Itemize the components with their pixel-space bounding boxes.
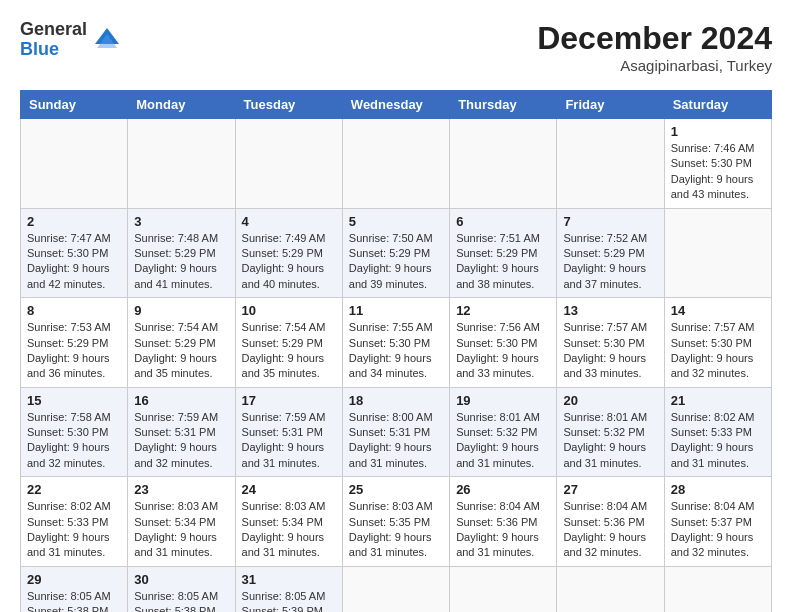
sunset-text: Sunset: 5:34 PM (134, 516, 215, 528)
sunrise-text: Sunrise: 7:46 AM (671, 142, 755, 154)
calendar-day-header: Wednesday (342, 91, 449, 119)
calendar-cell: 31 Sunrise: 8:05 AM Sunset: 5:39 PM Dayl… (235, 566, 342, 612)
day-info: Sunrise: 8:05 AM Sunset: 5:39 PM Dayligh… (242, 589, 336, 612)
sunrise-text: Sunrise: 7:57 AM (563, 321, 647, 333)
calendar-week-row: 29 Sunrise: 8:05 AM Sunset: 5:38 PM Dayl… (21, 566, 772, 612)
day-info: Sunrise: 7:50 AM Sunset: 5:29 PM Dayligh… (349, 231, 443, 293)
calendar-cell: 12 Sunrise: 7:56 AM Sunset: 5:30 PM Dayl… (450, 298, 557, 388)
daylight-text: Daylight: 9 hours and 32 minutes. (27, 441, 110, 468)
calendar-cell: 9 Sunrise: 7:54 AM Sunset: 5:29 PM Dayli… (128, 298, 235, 388)
location-subtitle: Asagipinarbasi, Turkey (537, 57, 772, 74)
calendar-cell: 22 Sunrise: 8:02 AM Sunset: 5:33 PM Dayl… (21, 477, 128, 567)
sunrise-text: Sunrise: 8:01 AM (456, 411, 540, 423)
day-info: Sunrise: 7:52 AM Sunset: 5:29 PM Dayligh… (563, 231, 657, 293)
title-block: December 2024 Asagipinarbasi, Turkey (537, 20, 772, 74)
sunrise-text: Sunrise: 7:54 AM (242, 321, 326, 333)
sunrise-text: Sunrise: 7:51 AM (456, 232, 540, 244)
calendar-cell: 19 Sunrise: 8:01 AM Sunset: 5:32 PM Dayl… (450, 387, 557, 477)
calendar-cell: 5 Sunrise: 7:50 AM Sunset: 5:29 PM Dayli… (342, 208, 449, 298)
day-number: 29 (27, 572, 121, 587)
sunset-text: Sunset: 5:36 PM (456, 516, 537, 528)
daylight-text: Daylight: 9 hours and 33 minutes. (563, 352, 646, 379)
calendar-day-header: Sunday (21, 91, 128, 119)
sunrise-text: Sunrise: 7:56 AM (456, 321, 540, 333)
day-info: Sunrise: 8:03 AM Sunset: 5:34 PM Dayligh… (242, 499, 336, 561)
day-info: Sunrise: 7:55 AM Sunset: 5:30 PM Dayligh… (349, 320, 443, 382)
sunset-text: Sunset: 5:32 PM (563, 426, 644, 438)
calendar-cell: 11 Sunrise: 7:55 AM Sunset: 5:30 PM Dayl… (342, 298, 449, 388)
calendar-cell: 15 Sunrise: 7:58 AM Sunset: 5:30 PM Dayl… (21, 387, 128, 477)
calendar-cell: 14 Sunrise: 7:57 AM Sunset: 5:30 PM Dayl… (664, 298, 771, 388)
daylight-text: Daylight: 9 hours and 32 minutes. (671, 531, 754, 558)
calendar-week-row: 15 Sunrise: 7:58 AM Sunset: 5:30 PM Dayl… (21, 387, 772, 477)
day-info: Sunrise: 7:46 AM Sunset: 5:30 PM Dayligh… (671, 141, 765, 203)
sunset-text: Sunset: 5:38 PM (27, 605, 108, 612)
calendar-cell (342, 119, 449, 209)
sunset-text: Sunset: 5:29 PM (456, 247, 537, 259)
sunset-text: Sunset: 5:30 PM (27, 426, 108, 438)
calendar-cell: 24 Sunrise: 8:03 AM Sunset: 5:34 PM Dayl… (235, 477, 342, 567)
day-number: 11 (349, 303, 443, 318)
daylight-text: Daylight: 9 hours and 31 minutes. (563, 441, 646, 468)
sunrise-text: Sunrise: 8:02 AM (671, 411, 755, 423)
day-info: Sunrise: 8:05 AM Sunset: 5:38 PM Dayligh… (27, 589, 121, 612)
sunset-text: Sunset: 5:33 PM (671, 426, 752, 438)
daylight-text: Daylight: 9 hours and 32 minutes. (671, 352, 754, 379)
sunset-text: Sunset: 5:31 PM (134, 426, 215, 438)
daylight-text: Daylight: 9 hours and 42 minutes. (27, 262, 110, 289)
calendar-cell (128, 119, 235, 209)
sunrise-text: Sunrise: 8:00 AM (349, 411, 433, 423)
sunrise-text: Sunrise: 8:03 AM (242, 500, 326, 512)
calendar-cell (342, 566, 449, 612)
daylight-text: Daylight: 9 hours and 31 minutes. (456, 441, 539, 468)
sunrise-text: Sunrise: 8:01 AM (563, 411, 647, 423)
calendar-cell: 8 Sunrise: 7:53 AM Sunset: 5:29 PM Dayli… (21, 298, 128, 388)
daylight-text: Daylight: 9 hours and 34 minutes. (349, 352, 432, 379)
calendar-cell: 3 Sunrise: 7:48 AM Sunset: 5:29 PM Dayli… (128, 208, 235, 298)
day-info: Sunrise: 8:03 AM Sunset: 5:34 PM Dayligh… (134, 499, 228, 561)
day-info: Sunrise: 8:03 AM Sunset: 5:35 PM Dayligh… (349, 499, 443, 561)
sunset-text: Sunset: 5:37 PM (671, 516, 752, 528)
sunrise-text: Sunrise: 8:03 AM (134, 500, 218, 512)
sunrise-text: Sunrise: 7:54 AM (134, 321, 218, 333)
day-info: Sunrise: 7:57 AM Sunset: 5:30 PM Dayligh… (671, 320, 765, 382)
sunrise-text: Sunrise: 8:04 AM (456, 500, 540, 512)
sunrise-text: Sunrise: 7:52 AM (563, 232, 647, 244)
day-number: 6 (456, 214, 550, 229)
sunrise-text: Sunrise: 8:05 AM (242, 590, 326, 602)
day-number: 3 (134, 214, 228, 229)
day-number: 23 (134, 482, 228, 497)
daylight-text: Daylight: 9 hours and 38 minutes. (456, 262, 539, 289)
day-info: Sunrise: 8:04 AM Sunset: 5:37 PM Dayligh… (671, 499, 765, 561)
calendar-day-header: Friday (557, 91, 664, 119)
day-info: Sunrise: 7:47 AM Sunset: 5:30 PM Dayligh… (27, 231, 121, 293)
logo-general: General (20, 20, 87, 40)
sunrise-text: Sunrise: 7:48 AM (134, 232, 218, 244)
day-number: 13 (563, 303, 657, 318)
day-number: 9 (134, 303, 228, 318)
daylight-text: Daylight: 9 hours and 32 minutes. (563, 531, 646, 558)
calendar-cell (450, 119, 557, 209)
sunset-text: Sunset: 5:33 PM (27, 516, 108, 528)
daylight-text: Daylight: 9 hours and 33 minutes. (456, 352, 539, 379)
logo-icon (91, 24, 123, 56)
day-info: Sunrise: 7:57 AM Sunset: 5:30 PM Dayligh… (563, 320, 657, 382)
sunset-text: Sunset: 5:29 PM (349, 247, 430, 259)
day-number: 4 (242, 214, 336, 229)
sunrise-text: Sunrise: 7:53 AM (27, 321, 111, 333)
calendar-cell (557, 119, 664, 209)
day-info: Sunrise: 7:59 AM Sunset: 5:31 PM Dayligh… (134, 410, 228, 472)
sunrise-text: Sunrise: 8:03 AM (349, 500, 433, 512)
sunrise-text: Sunrise: 8:04 AM (563, 500, 647, 512)
day-number: 16 (134, 393, 228, 408)
sunrise-text: Sunrise: 8:05 AM (134, 590, 218, 602)
sunrise-text: Sunrise: 7:49 AM (242, 232, 326, 244)
daylight-text: Daylight: 9 hours and 39 minutes. (349, 262, 432, 289)
calendar-cell: 10 Sunrise: 7:54 AM Sunset: 5:29 PM Dayl… (235, 298, 342, 388)
calendar-cell: 1 Sunrise: 7:46 AM Sunset: 5:30 PM Dayli… (664, 119, 771, 209)
day-number: 12 (456, 303, 550, 318)
sunset-text: Sunset: 5:29 PM (242, 247, 323, 259)
sunrise-text: Sunrise: 7:59 AM (134, 411, 218, 423)
day-info: Sunrise: 7:51 AM Sunset: 5:29 PM Dayligh… (456, 231, 550, 293)
daylight-text: Daylight: 9 hours and 31 minutes. (349, 441, 432, 468)
